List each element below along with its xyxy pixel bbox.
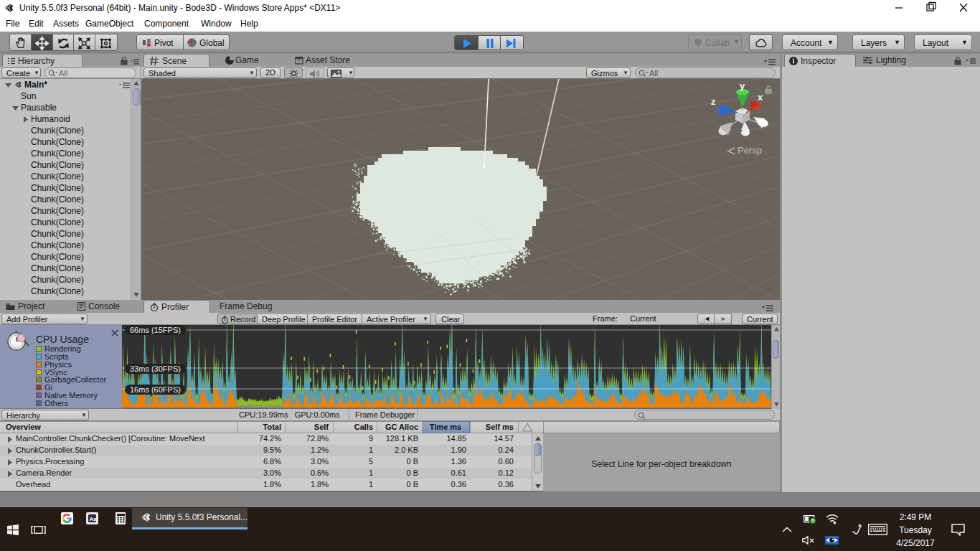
svg-text:x: x xyxy=(758,92,763,103)
svg-text:Aa: Aa xyxy=(89,516,97,522)
svg-text:y: y xyxy=(740,83,745,91)
svg-text:z: z xyxy=(711,96,716,107)
